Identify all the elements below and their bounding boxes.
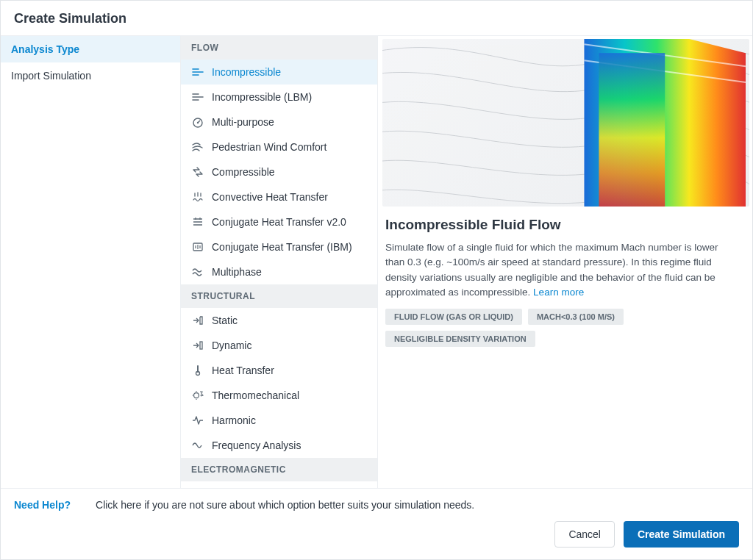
detail-panel: Incompressible Fluid Flow Simulate flow … [378, 36, 752, 488]
option-label: Conjugate Heat Transfer v2.0 [212, 216, 346, 228]
option-compressible[interactable]: Compressible [181, 159, 377, 184]
need-help-label: Need Help? [14, 499, 71, 511]
option-label: Conjugate Heat Transfer (IBM) [212, 241, 352, 253]
option-incompressible-lbm[interactable]: Incompressible (LBM) [181, 85, 377, 110]
option-label: Multiphase [212, 266, 262, 278]
arrows-compress-icon [191, 166, 204, 178]
cancel-button[interactable]: Cancel [554, 521, 615, 548]
option-label: Dynamic [212, 340, 251, 351]
create-simulation-button[interactable]: Create Simulation [624, 521, 739, 548]
flow-lines-icon [191, 66, 204, 78]
learn-more-link[interactable]: Learn more [533, 287, 584, 298]
option-label: Convective Heat Transfer [212, 191, 328, 203]
tag: NEGLIGIBLE DENSITY VARIATION [385, 331, 535, 347]
detail-title: Incompressible Fluid Flow [385, 217, 736, 233]
option-conjugate-heat-ibm[interactable]: Conjugate Heat Transfer (IBM) [181, 234, 377, 259]
sidebar-item-analysis-type[interactable]: Analysis Type [1, 36, 180, 62]
detail-description: Simulate flow of a single fluid for whic… [385, 240, 736, 300]
detail-tags: FLUID FLOW (GAS OR LIQUID) MACH<0.3 (100… [385, 309, 736, 347]
option-harmonic[interactable]: Harmonic [181, 408, 377, 433]
option-label: Compressible [212, 166, 275, 178]
option-conjugate-heat-v2[interactable]: Conjugate Heat Transfer v2.0 [181, 209, 377, 234]
tag: MACH<0.3 (100 M/S) [528, 309, 624, 325]
option-incompressible[interactable]: Incompressible [181, 60, 377, 85]
option-label: Frequency Analysis [212, 439, 301, 451]
dialog-title: Create Simulation [14, 11, 739, 26]
create-simulation-dialog: Create Simulation Analysis Type Import S… [0, 0, 753, 560]
detail-body: Incompressible Fluid Flow Simulate flow … [382, 207, 749, 353]
sidebar-item-label: Analysis Type [11, 43, 79, 55]
sine-icon [191, 439, 204, 451]
option-thermomechanical[interactable]: Thermomechanical [181, 383, 377, 408]
category-header-flow: FLOW [181, 36, 377, 60]
panel-heat-icon [191, 241, 204, 253]
pulse-icon [191, 414, 204, 426]
option-label: Heat Transfer [212, 365, 274, 376]
dialog-body: Analysis Type Import Simulation FLOW Inc… [1, 36, 752, 489]
thermometer-icon [191, 365, 204, 376]
category-header-electromagnetic: ELECTROMAGNETIC [181, 458, 377, 481]
waves-icon [191, 266, 204, 278]
option-label: Static [212, 315, 238, 326]
category-header-structural: STRUCTURAL [181, 284, 377, 308]
svg-rect-21 [599, 53, 665, 207]
option-static[interactable]: Static [181, 308, 377, 333]
option-multi-purpose[interactable]: Multi-purpose [181, 110, 377, 134]
analysis-type-list[interactable]: FLOW Incompressible Incompressible (LBM)… [181, 36, 378, 488]
layers-heat-icon [191, 216, 204, 228]
dynamic-icon [191, 340, 204, 351]
preview-image [382, 39, 749, 207]
help-bar[interactable]: Need Help? Click here if you are not sur… [1, 489, 752, 521]
option-dynamic[interactable]: Dynamic [181, 333, 377, 358]
dialog-header: Create Simulation [1, 1, 752, 36]
sidebar-item-label: Import Simulation [11, 70, 91, 82]
option-label: Thermomechanical [212, 390, 299, 401]
option-heat-transfer[interactable]: Heat Transfer [181, 358, 377, 383]
heat-wave-icon [191, 191, 204, 203]
button-bar: Cancel Create Simulation [1, 521, 752, 559]
option-label: Pedestrian Wind Comfort [212, 141, 326, 153]
flow-lines-icon [191, 91, 204, 103]
thermo-gear-icon [191, 390, 204, 401]
option-frequency-analysis[interactable]: Frequency Analysis [181, 433, 377, 458]
option-label: Incompressible (LBM) [212, 91, 312, 103]
option-label: Incompressible [212, 66, 281, 78]
option-pedestrian-wind[interactable]: Pedestrian Wind Comfort [181, 134, 377, 159]
option-label: Multi-purpose [212, 116, 274, 128]
option-label: Harmonic [212, 414, 256, 426]
option-multiphase[interactable]: Multiphase [181, 259, 377, 284]
need-help-text: Click here if you are not sure about whi… [96, 499, 474, 511]
wind-icon [191, 141, 204, 153]
gauge-icon [191, 116, 204, 128]
option-convective-heat[interactable]: Convective Heat Transfer [181, 184, 377, 209]
sidebar-item-import-simulation[interactable]: Import Simulation [1, 62, 180, 89]
tag: FLUID FLOW (GAS OR LIQUID) [385, 309, 522, 325]
static-icon [191, 315, 204, 326]
sidebar: Analysis Type Import Simulation [1, 36, 181, 488]
